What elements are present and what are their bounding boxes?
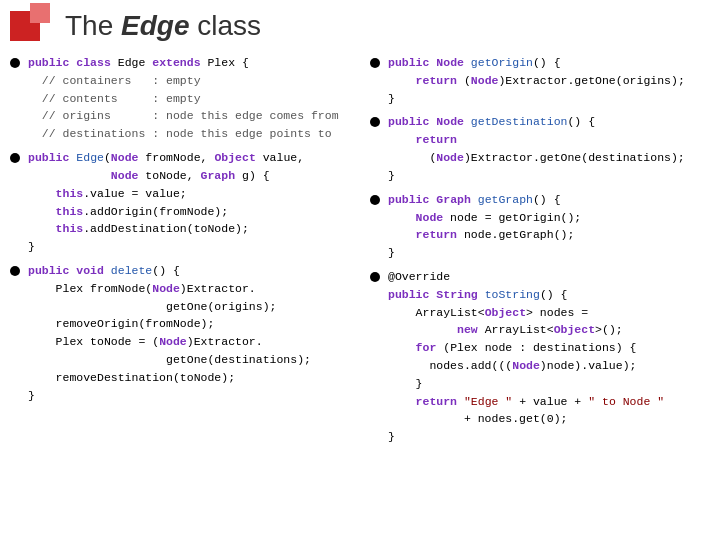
code-getdestination: public Node getDestination() { return (N… bbox=[388, 113, 685, 184]
bullet-item-r4: @Override public String toString() { Arr… bbox=[370, 268, 710, 446]
code-getorigin: public Node getOrigin() { return (Node)E… bbox=[388, 54, 685, 107]
title-prefix: The bbox=[65, 10, 121, 41]
code-class-decl: public class Edge extends Plex { // cont… bbox=[28, 54, 339, 143]
bullet-3 bbox=[10, 266, 20, 276]
bullet-item-r3: public Graph getGraph() { Node node = ge… bbox=[370, 191, 710, 262]
bullet-r2 bbox=[370, 117, 380, 127]
bullet-item-r1: public Node getOrigin() { return (Node)E… bbox=[370, 54, 710, 107]
bullet-item-2: public Edge(Node fromNode, Object value,… bbox=[10, 149, 370, 256]
code-delete: public void delete() { Plex fromNode(Nod… bbox=[28, 262, 311, 405]
bullet-r4 bbox=[370, 272, 380, 282]
title-bold: Edge bbox=[121, 10, 189, 41]
bullet-r3 bbox=[370, 195, 380, 205]
bullet-2 bbox=[10, 153, 20, 163]
bullet-1 bbox=[10, 58, 20, 68]
logo bbox=[10, 11, 50, 41]
content-area: public class Edge extends Plex { // cont… bbox=[0, 50, 720, 456]
slide-title: The Edge class bbox=[65, 10, 261, 42]
left-column: public class Edge extends Plex { // cont… bbox=[10, 54, 370, 452]
code-tostring: @Override public String toString() { Arr… bbox=[388, 268, 664, 446]
logo-pink bbox=[30, 3, 50, 23]
bullet-r1 bbox=[370, 58, 380, 68]
right-column: public Node getOrigin() { return (Node)E… bbox=[370, 54, 710, 452]
header: The Edge class bbox=[0, 0, 720, 50]
bullet-item-3: public void delete() { Plex fromNode(Nod… bbox=[10, 262, 370, 405]
bullet-item-r2: public Node getDestination() { return (N… bbox=[370, 113, 710, 184]
slide-container: The Edge class public class Edge extends… bbox=[0, 0, 720, 456]
code-constructor: public Edge(Node fromNode, Object value,… bbox=[28, 149, 304, 256]
code-getgraph: public Graph getGraph() { Node node = ge… bbox=[388, 191, 581, 262]
title-suffix: class bbox=[190, 10, 262, 41]
bullet-item-1: public class Edge extends Plex { // cont… bbox=[10, 54, 370, 143]
